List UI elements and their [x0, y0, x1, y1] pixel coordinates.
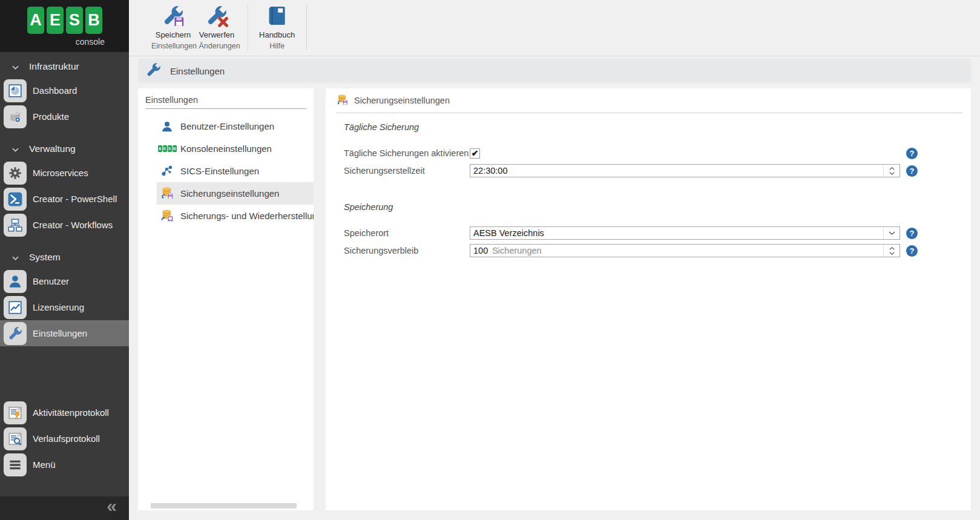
user-icon — [159, 119, 175, 134]
user-icon — [4, 270, 27, 293]
backup-retention-value: 100 — [473, 246, 488, 255]
list-item-konsoleneinstellungen[interactable]: A E S B Konsoleneinstellungen — [157, 137, 314, 160]
detail-panel: Sicherungseinstellungen Tägliche Sicheru… — [326, 88, 971, 510]
control-slot: AESB Verzeichnis — [470, 226, 900, 240]
list-item-benutzer-einstellungen[interactable]: Benutzer-Einstellungen — [157, 115, 314, 137]
list-item-label: Benutzer-Einstellungen — [180, 121, 274, 131]
restore-database-icon — [159, 209, 175, 223]
section-heading-taegliche-sicherung: Tägliche Sicherung — [344, 122, 971, 132]
spinner-buttons[interactable] — [883, 165, 899, 177]
ribbon-group-label: Einstellungen Änderungen — [151, 42, 240, 56]
sidebar-item-aktivitaetenprotokoll[interactable]: Aktivitätenprotokoll — [0, 400, 129, 426]
logo-letter: S — [66, 7, 83, 34]
backup-retention-input[interactable]: 100 Sicherungen — [470, 244, 900, 257]
backup-retention-suffix: Sicherungen — [492, 246, 541, 255]
horizontal-scrollbar-thumb[interactable] — [151, 503, 297, 508]
sidebar-item-label: Produkte — [33, 111, 69, 122]
field-label: Sicherungserstellzeit — [344, 166, 470, 176]
sidebar-section-header-verwaltung[interactable]: Verwaltung — [0, 138, 129, 160]
daily-backup-checkbox[interactable]: ✔ — [470, 148, 480, 159]
dropdown-button[interactable] — [883, 227, 899, 239]
sidebar-item-microservices[interactable]: Microservices — [0, 160, 129, 186]
discard-button-label: Verwerfen — [199, 30, 235, 39]
sidebar-item-dashboard[interactable]: Dashboard — [0, 77, 129, 104]
sidebar-section-header-system[interactable]: System — [0, 246, 129, 268]
backup-database-icon — [159, 186, 175, 201]
sidebar-item-label: Creator - Workflows — [33, 220, 113, 230]
ribbon-separator — [248, 5, 248, 51]
hamburger-icon — [4, 453, 27, 476]
chevron-up-icon — [889, 167, 895, 170]
ribbon-group-help: Handbuch Hilfe — [255, 0, 299, 56]
page-header: Einstellungen — [138, 59, 971, 83]
ribbon-group-buttons: Handbuch — [255, 0, 299, 42]
wrench-icon — [145, 62, 162, 81]
logo-letter: S — [168, 145, 172, 152]
form-row-backup-time: Sicherungserstellzeit 22:30:00 ? — [344, 164, 971, 177]
list-item-sicherungseinstellungen[interactable]: Sicherungseinstellungen — [157, 182, 314, 205]
help-button[interactable]: ? — [906, 228, 918, 239]
detail-title: Sicherungseinstellungen — [354, 96, 450, 105]
line-chart-icon — [4, 296, 27, 319]
sidebar-item-benutzer[interactable]: Benutzer — [0, 268, 129, 294]
page-title: Einstellungen — [170, 66, 225, 76]
log-lightning-icon — [4, 401, 27, 424]
detail-header-rule — [337, 113, 962, 113]
sidebar-section-verwaltung: Verwaltung Microservices — [0, 138, 129, 238]
help-button[interactable]: ? — [906, 165, 918, 177]
sidebar-section-label: System — [29, 252, 61, 263]
control-slot: ✔ — [470, 148, 900, 159]
sidebar-section-header-infrastruktur[interactable]: Infrastruktur — [0, 56, 129, 77]
sidebar-section-label: Infrastruktur — [29, 61, 79, 72]
pie-chart-icon — [4, 79, 27, 102]
sidebar-item-creator-powershell[interactable]: Creator - PowerShell — [0, 186, 129, 212]
discard-button[interactable]: Verwerfen — [195, 3, 238, 39]
ribbon-group-settings-changes: Speichern Verwerfen — [151, 0, 240, 56]
logo-letter: A — [27, 7, 44, 34]
checkmark-icon: ✔ — [472, 149, 479, 157]
storage-location-dropdown[interactable]: AESB Verzeichnis — [470, 226, 900, 240]
collapse-icon: « — [107, 497, 117, 515]
spinner-buttons[interactable] — [883, 245, 899, 257]
manual-button[interactable]: Handbuch — [255, 3, 299, 39]
sidebar-item-label: Verlaufsprotokoll — [33, 433, 100, 444]
backup-time-value: 22:30:00 — [470, 166, 883, 176]
backup-database-icon — [337, 94, 349, 108]
backup-time-input[interactable]: 22:30:00 — [470, 164, 900, 177]
sidebar-item-lizensierung[interactable]: Lizensierung — [0, 294, 129, 320]
sidebar-section-system: System Benutzer — [0, 246, 129, 346]
sidebar-item-verlaufsprotokoll[interactable]: Verlaufsprotokoll — [0, 426, 129, 452]
sidebar-item-label: Microservices — [33, 168, 88, 178]
sidebar-item-label: Aktivitätenprotokoll — [33, 407, 109, 418]
ribbon-toolbar: Speichern Verwerfen — [129, 0, 980, 56]
field-label: Tägliche Sicherungen aktivieren — [344, 148, 470, 158]
sidebar-item-einstellungen[interactable]: Einstellungen — [0, 320, 129, 346]
chevron-down-icon — [12, 61, 19, 72]
control-slot: 22:30:00 — [470, 164, 900, 177]
sidebar-item-creator-workflows[interactable]: Creator - Workflows — [0, 212, 129, 238]
aesb-logo: A E S B — [27, 7, 102, 34]
book-icon — [266, 4, 289, 30]
save-button[interactable]: Speichern — [151, 3, 195, 39]
sidebar-collapse-button[interactable]: « — [0, 496, 129, 520]
settings-list-title: Einstellungen — [145, 88, 306, 109]
powershell-icon — [4, 188, 27, 211]
list-item-sics-einstellungen[interactable]: SICS-Einstellungen — [157, 160, 314, 182]
detail-header: Sicherungseinstellungen — [326, 88, 971, 113]
logo-subtitle: console — [76, 37, 105, 47]
list-item-sicherungs-und-wiederherstellungsverwaltung[interactable]: Sicherungs- und Wiederherstellungsverw — [157, 205, 314, 227]
product-box-icon — [4, 105, 27, 128]
detail-body: Tägliche Sicherung Tägliche Sicherungen … — [326, 122, 971, 257]
sidebar-item-produkte[interactable]: Produkte — [0, 104, 129, 130]
sidebar-item-label: Lizensierung — [33, 302, 84, 312]
chevron-down-icon — [12, 143, 19, 154]
sidebar-section-label: Verwaltung — [29, 143, 76, 154]
form-row-daily-backup-enable: Tägliche Sicherungen aktivieren ✔ ? — [344, 146, 971, 160]
help-button[interactable]: ? — [906, 148, 918, 159]
sidebar-item-menue[interactable]: Menü — [0, 452, 129, 478]
logo-letter: E — [163, 145, 167, 152]
help-button[interactable]: ? — [906, 245, 918, 257]
list-item-label: Sicherungs- und Wiederherstellungsverw — [180, 211, 314, 221]
list-item-label: SICS-Einstellungen — [180, 166, 259, 176]
sidebar-item-label: Menü — [33, 459, 56, 470]
